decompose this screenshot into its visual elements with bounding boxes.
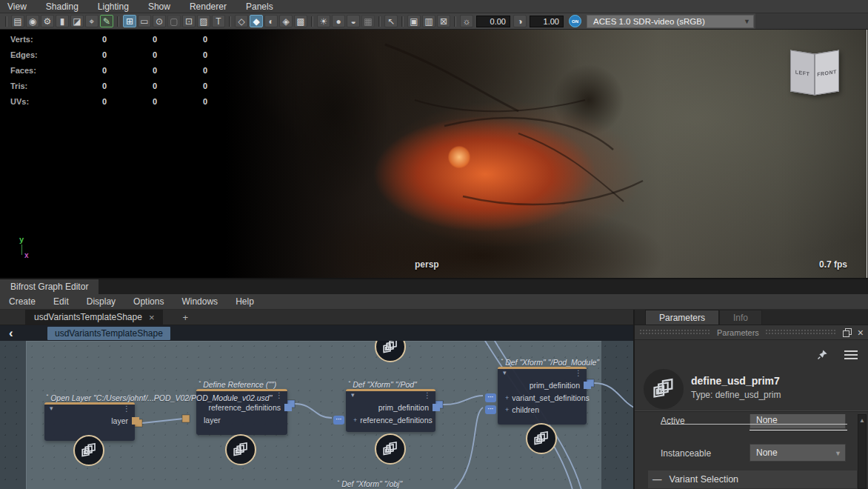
- menu-view[interactable]: View: [7, 1, 27, 12]
- node-port-row[interactable]: layer: [196, 414, 287, 427]
- node-port-row[interactable]: layer: [44, 415, 135, 428]
- motion-blur-icon[interactable]: ▦: [361, 15, 375, 27]
- drag-texture-right[interactable]: [765, 329, 837, 336]
- pin-icon[interactable]: [817, 349, 828, 360]
- field-chart-icon[interactable]: ⊡: [182, 15, 196, 27]
- menu-options[interactable]: Options: [133, 296, 164, 307]
- close-icon[interactable]: ×: [858, 329, 864, 336]
- tab-info[interactable]: Info: [719, 310, 762, 325]
- contrast-icon[interactable]: ◑: [513, 15, 527, 27]
- add-port-icon[interactable]: +: [505, 406, 509, 413]
- zoom-region-icon[interactable]: ⊠: [437, 15, 450, 27]
- view-cube[interactable]: LEFT FRONT: [787, 46, 843, 102]
- menu-renderer[interactable]: Renderer: [190, 1, 227, 12]
- camera-lock-icon[interactable]: ◉: [26, 15, 39, 27]
- scrollbar[interactable]: ▲: [858, 414, 867, 489]
- use-all-lights-icon[interactable]: ☀: [317, 15, 330, 27]
- viewport-canvas[interactable]: Verts:000 Edges:000 Faces:000 Tris:000 U…: [0, 30, 868, 278]
- grid-icon[interactable]: ⊞: [123, 15, 136, 27]
- node-menu-icon[interactable]: ⋮: [424, 391, 431, 399]
- duplicate-view-icon[interactable]: ▥: [422, 15, 435, 27]
- node-compound-icon[interactable]: [225, 434, 256, 465]
- tab-close-icon[interactable]: ×: [149, 312, 155, 323]
- variant-selection-section[interactable]: — Variant Selection: [648, 470, 857, 488]
- resolution-gate-icon[interactable]: ⊙: [153, 15, 166, 27]
- film-gate-icon[interactable]: ▭: [138, 15, 151, 27]
- bifrost-panel-title[interactable]: Bifrost Graph Editor: [0, 279, 99, 294]
- menu-shading[interactable]: Shading: [46, 1, 79, 12]
- view-cube-left-face[interactable]: LEFT: [790, 50, 815, 95]
- scroll-up-icon[interactable]: ▲: [859, 417, 865, 424]
- node-port-row[interactable]: reference_definitions: [196, 402, 287, 414]
- node-port-row[interactable]: +children···: [498, 404, 587, 416]
- collapse-icon[interactable]: —: [652, 474, 662, 485]
- node-expand-icon[interactable]: ▾: [503, 369, 507, 376]
- instanceable-dropdown[interactable]: None ▼: [750, 444, 846, 462]
- exposure-field[interactable]: 0.00: [476, 16, 510, 27]
- shaded-cube-icon[interactable]: ◆: [250, 15, 263, 27]
- add-port-icon[interactable]: +: [353, 416, 357, 424]
- add-port-icon[interactable]: +: [505, 394, 509, 402]
- multi-input-port[interactable]: ···: [485, 393, 496, 402]
- multi-input-port[interactable]: ···: [485, 405, 496, 414]
- grease-pencil-icon[interactable]: ✎: [100, 15, 113, 27]
- drag-texture-left[interactable]: [639, 329, 711, 336]
- popout-icon[interactable]: [843, 328, 852, 337]
- bookmark-icon[interactable]: ▮: [56, 15, 69, 27]
- node-compound-icon[interactable]: [375, 433, 406, 465]
- menu-display[interactable]: Display: [87, 296, 116, 307]
- node-port-row[interactable]: +reference_definitions···: [346, 414, 435, 427]
- node-port-row[interactable]: prim_definition: [346, 402, 435, 414]
- select-cursor-icon[interactable]: ↖: [384, 15, 398, 27]
- menu-help[interactable]: Help: [236, 296, 254, 307]
- colorspace-toggle[interactable]: ON: [569, 15, 581, 27]
- gamma-field[interactable]: 1.00: [530, 16, 564, 27]
- node-compound-icon[interactable]: [526, 423, 557, 454]
- breadcrumb-back-chevron-icon[interactable]: ‹: [0, 328, 40, 339]
- output-port[interactable]: [433, 404, 440, 411]
- add-tab-button[interactable]: +: [182, 312, 188, 323]
- node-menu-icon[interactable]: ⋮: [276, 391, 283, 399]
- node-menu-icon[interactable]: ⋮: [123, 405, 130, 413]
- view-cube-front-face[interactable]: FRONT: [815, 50, 839, 95]
- tab-parameters[interactable]: Parameters: [645, 310, 719, 325]
- node-expand-icon[interactable]: ▾: [351, 391, 355, 399]
- menu-create[interactable]: Create: [9, 296, 36, 307]
- image-plane-icon[interactable]: ◪: [70, 15, 84, 27]
- active-dropdown[interactable]: None: [750, 414, 846, 429]
- node-menu-icon[interactable]: ⋮: [575, 369, 582, 377]
- node-expand-icon[interactable]: ▾: [50, 405, 53, 412]
- menu-edit[interactable]: Edit: [53, 296, 69, 307]
- output-port[interactable]: [284, 404, 292, 411]
- node-graph-canvas[interactable]: *Open Layer "C:/Users/johnf/...POD_V02/P…: [0, 341, 633, 489]
- ambient-occlusion-icon[interactable]: ◒: [347, 15, 360, 27]
- node-port-row[interactable]: +variant_set_definitions···: [498, 392, 587, 405]
- pan-zoom-icon[interactable]: ⌖: [85, 15, 99, 27]
- exposure-icon[interactable]: ☼: [460, 15, 473, 27]
- breadcrumb-item[interactable]: usdVariantsTemplateShape: [47, 327, 170, 340]
- node-compound-icon[interactable]: [73, 435, 104, 466]
- output-port[interactable]: [584, 382, 591, 389]
- colorspace-select[interactable]: ACES 1.0 SDR-video (sRGB)▼: [587, 15, 754, 28]
- shadows-icon[interactable]: ●: [332, 15, 345, 27]
- safe-title-icon[interactable]: T: [212, 15, 225, 27]
- output-port[interactable]: [132, 417, 139, 425]
- materials-icon[interactable]: ◈: [279, 15, 293, 27]
- gate-mask-icon[interactable]: ▢: [167, 15, 181, 27]
- textured-icon[interactable]: ◐: [264, 15, 278, 27]
- graph-node[interactable]: ▾⋮prim_definition+variant_set_definition…: [498, 367, 587, 425]
- multi-input-port[interactable]: ···: [333, 416, 344, 425]
- camera-icon[interactable]: ▤: [11, 15, 24, 27]
- menu-panels[interactable]: Panels: [246, 1, 273, 12]
- menu-show[interactable]: Show: [148, 1, 170, 12]
- graph-node[interactable]: ▾⋮prim_definition+reference_definitions·…: [346, 389, 435, 432]
- menu-lighting[interactable]: Lighting: [98, 1, 129, 12]
- camera-attributes-icon[interactable]: ⚙: [41, 15, 54, 27]
- isolate-select-icon[interactable]: ▣: [407, 15, 421, 27]
- safe-action-icon[interactable]: ▨: [197, 15, 210, 27]
- checker-icon[interactable]: ▩: [294, 15, 307, 27]
- node-port-row[interactable]: prim_definition: [498, 379, 587, 392]
- wireframe-cube-icon[interactable]: ◇: [235, 15, 248, 27]
- hamburger-menu-icon[interactable]: [844, 350, 858, 359]
- tab-usdvariantstemplateshape[interactable]: usdVariantsTemplateShape ×: [25, 310, 163, 325]
